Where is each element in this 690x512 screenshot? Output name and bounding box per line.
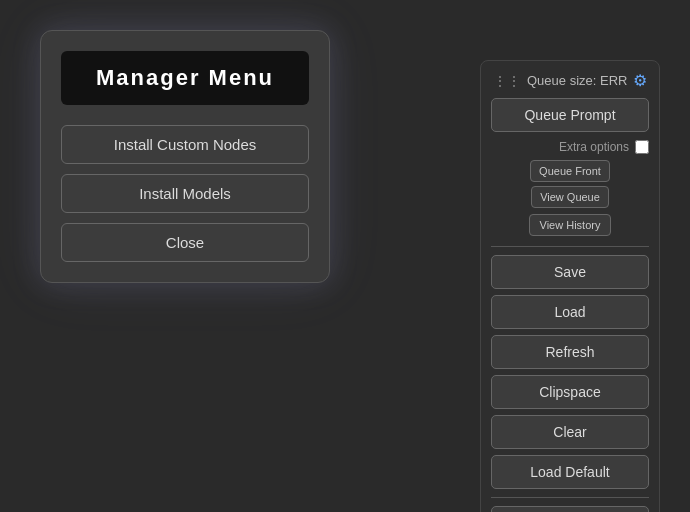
manager-panel: Manager Menu Install Custom Nodes Instal… [40, 30, 330, 283]
divider-1 [491, 246, 649, 247]
gear-icon[interactable]: ⚙ [633, 71, 647, 90]
right-panel: ⋮⋮ Queue size: ERR ⚙ Queue Prompt Extra … [480, 60, 660, 512]
queue-front-button[interactable]: Queue Front [530, 160, 610, 182]
extra-options-checkbox[interactable] [635, 140, 649, 154]
save-button[interactable]: Save [491, 255, 649, 289]
queue-buttons-row: Queue Front View Queue [491, 160, 649, 208]
extra-options-label: Extra options [559, 140, 629, 154]
clear-button[interactable]: Clear [491, 415, 649, 449]
install-custom-nodes-button[interactable]: Install Custom Nodes [61, 125, 309, 164]
extra-options-row: Extra options [491, 140, 649, 154]
manager-title: Manager Menu [61, 51, 309, 105]
load-button[interactable]: Load [491, 295, 649, 329]
queue-prompt-button[interactable]: Queue Prompt [491, 98, 649, 132]
drag-handle-icon[interactable]: ⋮⋮ [493, 73, 521, 89]
view-history-button[interactable]: View History [529, 214, 612, 236]
manager-button[interactable]: Manager [491, 506, 649, 512]
close-button[interactable]: Close [61, 223, 309, 262]
queue-size-label: Queue size: ERR [527, 73, 633, 88]
install-models-button[interactable]: Install Models [61, 174, 309, 213]
clipspace-button[interactable]: Clipspace [491, 375, 649, 409]
queue-header: ⋮⋮ Queue size: ERR ⚙ [491, 71, 649, 90]
view-queue-button[interactable]: View Queue [531, 186, 609, 208]
separator-line [491, 497, 649, 498]
load-default-button[interactable]: Load Default [491, 455, 649, 489]
refresh-button[interactable]: Refresh [491, 335, 649, 369]
